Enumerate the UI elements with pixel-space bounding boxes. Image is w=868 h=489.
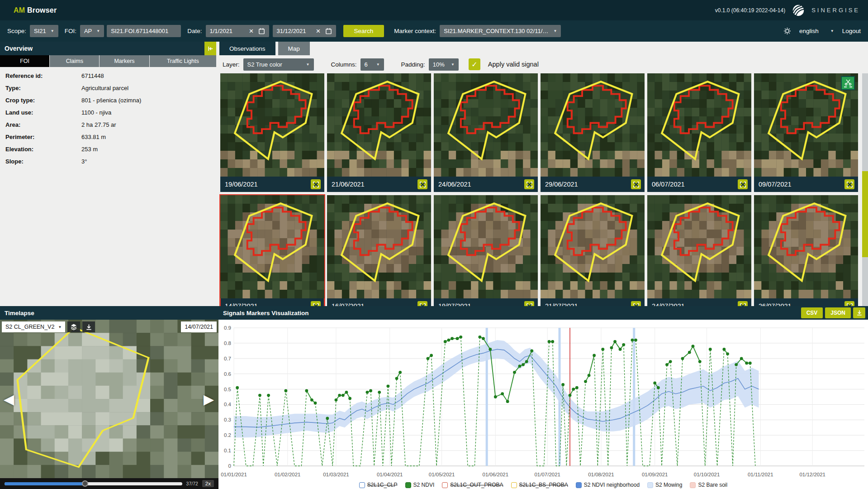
language-select[interactable]: english ▼ [799,28,834,34]
observation-tile[interactable]: 19/06/2021 [220,73,324,192]
observation-tile[interactable]: 09/07/2021 [754,73,858,192]
timelapse-slider[interactable] [5,482,182,485]
svg-text:01/09/2021: 01/09/2021 [642,472,668,477]
observation-tile[interactable]: 29/06/2021 [541,73,645,192]
expand-tile-icon[interactable] [417,179,427,189]
observation-tile[interactable]: 26/07/2021 [754,195,858,306]
calendar-icon[interactable] [325,28,332,34]
foi-type-select[interactable]: AP ▼ [80,25,104,37]
overview-tab-markers[interactable]: Markers [100,55,149,67]
signals-chart: 00.10.20.30.40.50.60.70.80.901/01/202101… [218,320,868,489]
svg-text:01/02/2021: 01/02/2021 [275,472,301,477]
calendar-icon[interactable] [258,28,265,34]
crop-scissors-button[interactable] [841,76,855,90]
chevron-down-icon: ▼ [96,29,100,33]
expand-tile-icon[interactable] [524,179,534,189]
observation-tile[interactable]: 19/07/2021 [434,195,538,306]
expand-tile-icon[interactable] [631,179,641,189]
svg-text:01/03/2021: 01/03/2021 [323,472,349,477]
expand-tile-icon[interactable] [311,301,321,306]
svg-text:0.9: 0.9 [224,325,231,331]
slider-thumb[interactable] [82,480,88,487]
field-value: 3° [81,158,87,165]
date-to-value: 31/12/2021 [277,28,312,34]
legend-item-s2-ndvi[interactable]: S2 NDVI [405,482,435,488]
download-chart-icon[interactable] [853,307,865,318]
overview-tab-traffic-lights[interactable]: Traffic Lights [150,55,216,67]
chevron-down-icon: ▼ [51,29,54,33]
legend-item-s2-ndvi-neighborhood[interactable]: S2 NDVI neighborhood [576,482,640,488]
expand-tile-icon[interactable] [844,301,854,306]
expand-tile-icon[interactable] [417,301,427,306]
expand-tile-icon[interactable] [738,179,748,189]
observations-tabs: ObservationsMap [216,42,868,55]
apply-valid-signal-checkbox[interactable]: ✓ [469,58,480,70]
layers-icon[interactable] [67,321,80,332]
overview-header: Overview [0,42,216,55]
previous-frame-button[interactable]: ◀ [4,391,14,407]
observation-tile[interactable]: 24/07/2021 [647,195,751,306]
date-from-input[interactable]: 1/1/2021 × [206,25,269,37]
observation-tile[interactable]: 16/07/2021 [327,195,431,306]
chart-plot[interactable]: 00.10.20.30.40.50.60.70.80.901/01/202101… [218,320,868,480]
legend-item-s2-mowing[interactable]: S2 Mowing [647,482,682,488]
expand-tile-icon[interactable] [844,179,854,189]
download-timelapse-icon[interactable] [82,321,95,332]
tab-observations[interactable]: Observations [219,42,275,55]
playback-speed-button[interactable]: 2x [202,480,214,487]
tiles-scrollbar[interactable] [862,73,868,306]
expand-tile-icon[interactable] [631,301,641,306]
timelapse-viewer[interactable]: S2 CL_GREEN_V2 ▼ [0,320,218,478]
scrollbar-thumb[interactable] [862,171,868,257]
tile-date: 19/06/2021 [225,181,258,188]
clear-date-icon[interactable]: × [249,27,254,35]
padding-select[interactable]: 10% ▼ [429,58,459,71]
foi-type-value: AP [84,28,92,34]
search-button[interactable]: Search [343,25,384,37]
legend-item-s2l1c-bs-proba[interactable]: S2L1C_BS_PROBA [511,482,568,488]
legend-item-s2l1c-out-proba[interactable]: S2L1C_OUT_PROBA [442,482,503,488]
layer-select[interactable]: S2 True color ▼ [243,58,314,71]
legend-item-s2l1c-clp[interactable]: S2L1C_CLP [359,482,398,488]
next-frame-button[interactable]: ▶ [204,391,214,407]
expand-tile-icon[interactable] [311,179,321,189]
logout-button[interactable]: Logout [842,28,861,34]
expand-tile-icon[interactable] [738,301,748,306]
tile-date-bar: 09/07/2021 [754,177,858,192]
scope-select[interactable]: SI21 ▼ [30,25,58,37]
collapse-panel-button[interactable] [204,42,216,55]
settings-gear-icon[interactable] [783,27,791,35]
svg-text:0.6: 0.6 [224,371,231,377]
overview-tab-claims[interactable]: Claims [50,55,99,67]
am-browser-app: AM Browser v0.1.0 (06:40:19 2022-04-14) … [0,0,868,489]
tile-date-bar: 24/07/2021 [647,298,751,306]
chart-legend: S2L1C_CLPS2 NDVIS2L1C_OUT_PROBAS2L1C_BS_… [218,482,868,488]
clear-date-icon[interactable]: × [316,27,321,35]
observation-tile[interactable]: 14/07/2021 [220,195,324,306]
foi-field-row: Land use:1100 - njiva [0,106,216,119]
legend-label: S2 NDVI [413,482,435,488]
observation-tile[interactable]: 21/07/2021 [541,195,645,306]
svg-text:0.7: 0.7 [224,356,231,361]
foi-id-input[interactable]: SI21.FOI.6711448001 [107,25,181,37]
timelapse-layer-select[interactable]: S2 CL_GREEN_V2 ▼ [2,321,65,332]
legend-swatch [576,482,582,488]
tab-map[interactable]: Map [278,42,310,55]
marker-context-select[interactable]: SI21.MARKER_CONTEXT.130 02/11/2021 ▼ [440,25,561,37]
observation-tile[interactable]: 24/06/2021 [434,73,538,192]
svg-text:01/01/2021: 01/01/2021 [221,472,247,477]
export-json-button[interactable]: JSON [825,307,851,318]
svg-text:01/10/2021: 01/10/2021 [694,472,720,477]
expand-tile-icon[interactable] [524,301,534,306]
legend-item-s2-bare-soil[interactable]: S2 Bare soil [690,482,727,488]
satellite-thumbnail [434,73,538,177]
overview-tab-foi[interactable]: FOI [0,55,49,67]
svg-text:01/04/2021: 01/04/2021 [377,472,403,477]
date-from-value: 1/1/2021 [210,28,245,34]
columns-select[interactable]: 6 ▼ [360,58,384,71]
observation-tile[interactable]: 21/06/2021 [327,73,431,192]
export-csv-button[interactable]: CSV [801,307,823,318]
observation-tile[interactable]: 06/07/2021 [647,73,751,192]
date-to-input[interactable]: 31/12/2021 × [273,25,336,37]
overview-title: Overview [5,45,33,52]
